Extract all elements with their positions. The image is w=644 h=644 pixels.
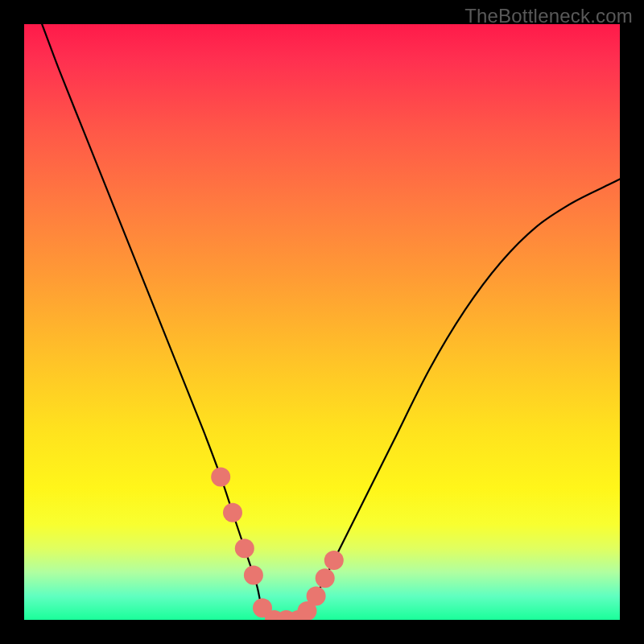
highlight-marker bbox=[244, 566, 263, 585]
highlight-marker bbox=[211, 467, 230, 486]
highlight-markers bbox=[211, 467, 344, 620]
bottleneck-chart bbox=[24, 24, 620, 620]
watermark-text: TheBottleneck.com bbox=[464, 5, 633, 27]
highlight-marker bbox=[307, 586, 326, 605]
curve-layer bbox=[24, 24, 620, 620]
highlight-marker bbox=[324, 551, 344, 570]
highlight-marker bbox=[223, 503, 242, 522]
bottleneck-curve-path bbox=[42, 24, 620, 620]
highlight-marker bbox=[316, 568, 335, 588]
highlight-marker bbox=[235, 539, 254, 558]
